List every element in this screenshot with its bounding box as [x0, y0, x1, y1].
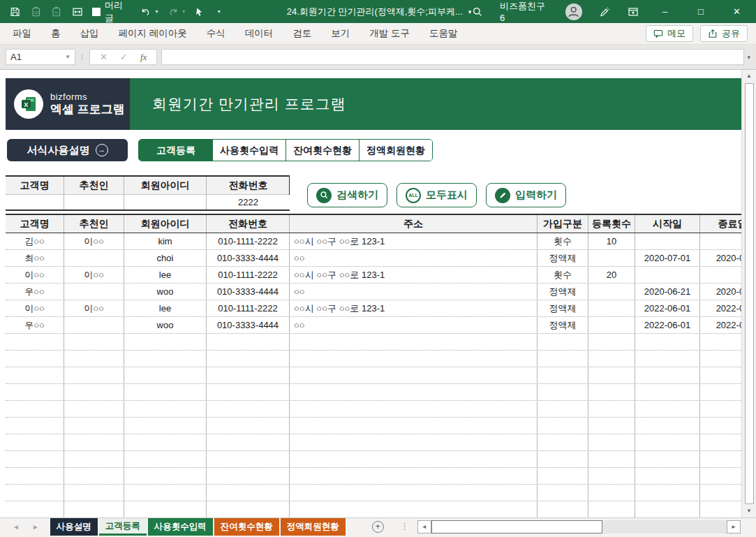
table-cell[interactable]: 정액제	[538, 250, 588, 266]
search-input-cell[interactable]	[64, 195, 124, 209]
table-cell[interactable]: 20	[588, 267, 635, 283]
table-cell[interactable]	[6, 451, 64, 467]
hscroll-thumb[interactable]	[431, 520, 602, 534]
table-cell[interactable]	[635, 468, 700, 484]
table-cell[interactable]	[588, 434, 635, 450]
table-cell[interactable]	[635, 351, 700, 367]
table-cell[interactable]	[64, 384, 124, 400]
table-cell[interactable]: 2020-07-01	[635, 250, 700, 266]
table-cell[interactable]: 이○○	[6, 300, 64, 316]
table-cell[interactable]	[207, 384, 290, 400]
table-cell[interactable]: 010-3333-4444	[207, 250, 290, 266]
user-name[interactable]: 비즈폼친구6	[500, 0, 549, 23]
table-cell[interactable]	[588, 451, 635, 467]
table-cell[interactable]	[64, 501, 124, 517]
table-cell[interactable]	[290, 384, 538, 400]
scroll-up-icon[interactable]: ▲	[746, 70, 752, 82]
vertical-scrollbar[interactable]: ▲ ▼	[741, 70, 756, 517]
show-all-button[interactable]: ALL 모두표시	[396, 183, 477, 207]
table-cell[interactable]	[124, 451, 207, 467]
sheet-tab[interactable]: 정액회원현황	[281, 518, 346, 536]
table-cell[interactable]	[6, 334, 64, 350]
table-cell[interactable]: 10	[588, 233, 635, 249]
formula-input[interactable]	[161, 49, 744, 65]
table-cell[interactable]	[538, 334, 588, 350]
search-icon[interactable]	[471, 6, 483, 17]
table-cell[interactable]	[588, 401, 635, 417]
table-cell[interactable]	[124, 468, 207, 484]
table-cell[interactable]: 2022-06-01	[635, 317, 700, 333]
table-cell[interactable]	[635, 334, 700, 350]
table-cell[interactable]	[6, 367, 64, 383]
table-cell[interactable]	[538, 485, 588, 501]
avatar[interactable]	[565, 3, 581, 20]
table-cell[interactable]: 이○○	[64, 233, 124, 249]
sheet-nav-left-icon[interactable]: ◄	[13, 523, 20, 531]
undo-dropdown-icon[interactable]: ▾	[156, 8, 158, 15]
table-cell[interactable]	[124, 367, 207, 383]
table-cell[interactable]	[538, 401, 588, 417]
table-cell[interactable]: 010-3333-4444	[207, 284, 290, 300]
table-cell[interactable]	[588, 351, 635, 367]
ribbon-tab[interactable]: 검토	[283, 23, 321, 44]
table-cell[interactable]	[290, 351, 538, 367]
table-cell[interactable]	[6, 418, 64, 434]
table-cell[interactable]	[64, 434, 124, 450]
table-cell[interactable]	[64, 418, 124, 434]
table-cell[interactable]	[538, 351, 588, 367]
table-cell[interactable]	[207, 434, 290, 450]
table-cell[interactable]	[207, 418, 290, 434]
table-cell[interactable]: lee	[124, 300, 207, 316]
horizontal-scrollbar[interactable]: ◄ ►	[417, 520, 741, 534]
table-cell[interactable]	[124, 334, 207, 350]
paste-formula-icon[interactable]: fx	[51, 6, 63, 17]
redo-icon[interactable]	[168, 6, 179, 17]
guide-button[interactable]: 서식사용설명 →	[7, 139, 128, 161]
table-cell[interactable]: 2022-06-01	[635, 300, 700, 316]
search-input-cell[interactable]	[124, 195, 207, 209]
table-cell[interactable]	[64, 317, 124, 333]
page-setup-icon[interactable]	[72, 6, 84, 17]
document-title[interactable]: 24.회원기간 만기관리(정액제,횟수;피부케... ▾	[287, 6, 472, 18]
table-cell[interactable]	[588, 367, 635, 383]
table-cell[interactable]	[635, 418, 700, 434]
table-cell[interactable]: 정액제	[538, 284, 588, 300]
table-cell[interactable]: choi	[124, 250, 207, 266]
hscroll-track[interactable]	[431, 520, 727, 534]
table-cell[interactable]	[124, 501, 207, 517]
table-cell[interactable]	[635, 384, 700, 400]
formula-bar-expand-icon[interactable]: ▾	[747, 54, 750, 61]
save-icon[interactable]	[10, 6, 22, 17]
ribbon-tab[interactable]: 수식	[197, 23, 235, 44]
table-cell[interactable]	[124, 485, 207, 501]
table-cell[interactable]	[207, 485, 290, 501]
add-sheet-icon[interactable]: +	[372, 521, 384, 533]
table-cell[interactable]: 010-1111-2222	[207, 267, 290, 283]
select-cursor-icon[interactable]	[194, 6, 206, 17]
table-cell[interactable]: ○○시 ○○구 ○○로 123-1	[290, 300, 538, 316]
table-cell[interactable]	[64, 351, 124, 367]
table-cell[interactable]: lee	[124, 267, 207, 283]
ribbon-tab[interactable]: 데이터	[235, 23, 283, 44]
table-cell[interactable]	[588, 418, 635, 434]
table-cell[interactable]: 이○○	[6, 267, 64, 283]
table-cell[interactable]	[588, 334, 635, 350]
ribbon-tab[interactable]: 페이지 레이아웃	[109, 23, 197, 44]
table-cell[interactable]: ○○	[290, 250, 538, 266]
table-cell[interactable]: 정액제	[538, 317, 588, 333]
table-cell[interactable]	[538, 501, 588, 517]
paste-values-icon[interactable]: 123	[31, 6, 43, 17]
table-cell[interactable]: 우○○	[6, 284, 64, 300]
table-cell[interactable]	[64, 451, 124, 467]
table-cell[interactable]	[207, 401, 290, 417]
table-cell[interactable]	[290, 485, 538, 501]
name-box[interactable]: A1 ▼	[6, 49, 75, 65]
table-cell[interactable]	[64, 468, 124, 484]
table-cell[interactable]: ○○	[290, 317, 538, 333]
ribbon-tab[interactable]: 개발 도구	[360, 23, 420, 44]
table-cell[interactable]	[538, 367, 588, 383]
formula-bar-handle[interactable]: ⁞	[81, 53, 84, 61]
table-cell[interactable]	[64, 334, 124, 350]
ribbon-tab[interactable]: 보기	[321, 23, 360, 44]
table-cell[interactable]	[538, 384, 588, 400]
